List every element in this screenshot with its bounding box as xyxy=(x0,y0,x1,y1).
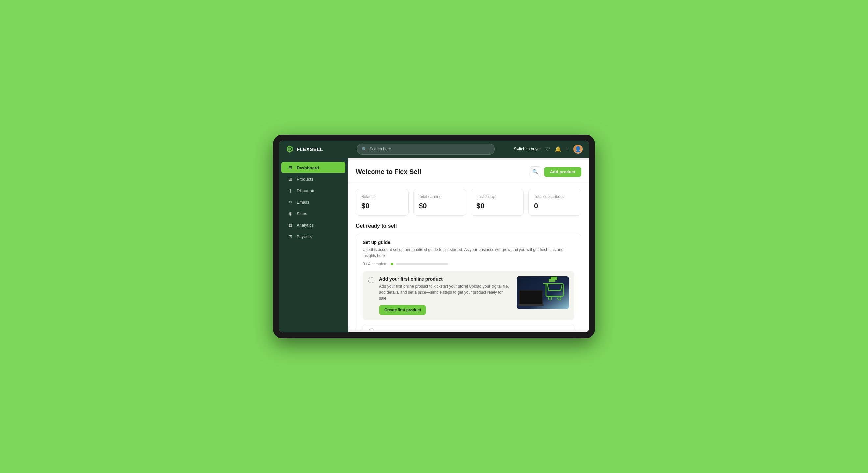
progress-bar xyxy=(396,264,448,265)
stat-label-total-subscribers: Total subscribers xyxy=(534,195,576,199)
stat-card-last-7-days: Last 7 days $0 xyxy=(471,189,524,216)
heart-icon[interactable]: ♡ xyxy=(546,146,550,153)
products-icon: ⊞ xyxy=(287,176,293,182)
setup-guide-box: Set up guide Use this account set up per… xyxy=(356,234,581,330)
device-frame: FLEXSELL 🔍 Search here Switch to buyer ♡… xyxy=(273,135,595,338)
step-card-first-product: Add your first online product Add your f… xyxy=(363,271,575,320)
sidebar-item-payouts[interactable]: ⊡ Payouts xyxy=(281,231,345,242)
sidebar-item-emails[interactable]: ✉ Emails xyxy=(281,196,345,208)
sales-icon: ◉ xyxy=(287,211,293,216)
search-bar[interactable]: 🔍 Search here xyxy=(357,143,495,155)
sidebar-item-label: Dashboard xyxy=(297,165,319,170)
sidebar-item-dashboard[interactable]: ⊟ Dashboard xyxy=(281,162,345,173)
step-payment-method[interactable]: Set Up Payment Method xyxy=(363,324,575,330)
product-illustration xyxy=(517,276,569,309)
step-content-first-product: Add your first online product Add your f… xyxy=(379,276,512,315)
bell-icon[interactable]: 🔔 xyxy=(555,146,561,153)
sidebar-item-label: Analytics xyxy=(297,223,314,228)
topbar-right: Switch to buyer ♡ 🔔 ≡ 👤 xyxy=(514,144,583,154)
svg-rect-6 xyxy=(518,304,544,306)
stat-value-last-7-days: $0 xyxy=(476,202,518,210)
sidebar: ⊟ Dashboard ⊞ Products ◎ Discounts ✉ Ema… xyxy=(279,158,348,332)
stat-value-balance: $0 xyxy=(361,202,403,210)
setup-guide-description: Use this account set up personalised gui… xyxy=(363,247,575,259)
search-icon: 🔍 xyxy=(362,147,367,152)
header-actions: 🔍 Add product xyxy=(530,166,581,177)
sidebar-item-label: Payouts xyxy=(297,234,312,239)
sidebar-item-label: Products xyxy=(297,177,313,182)
sidebar-item-analytics[interactable]: ▦ Analytics xyxy=(281,219,345,231)
topbar: FLEXSELL 🔍 Search here Switch to buyer ♡… xyxy=(279,141,589,158)
progress-row: 0 / 4 complete xyxy=(363,262,575,266)
stat-label-total-earning: Total earning xyxy=(419,195,461,199)
discounts-icon: ◎ xyxy=(287,188,293,193)
main-layout: ⊟ Dashboard ⊞ Products ◎ Discounts ✉ Ema… xyxy=(279,158,589,332)
stat-label-balance: Balance xyxy=(361,195,403,199)
sidebar-item-label: Emails xyxy=(297,200,309,205)
stat-card-balance: Balance $0 xyxy=(356,189,409,216)
step-desc-first-product: Add your first online product to kicksta… xyxy=(379,283,512,301)
analytics-icon: ▦ xyxy=(287,223,293,228)
content-area: Welcome to Flex Sell 🔍 Add product Balan… xyxy=(348,160,589,330)
sidebar-item-discounts[interactable]: ◎ Discounts xyxy=(281,185,345,196)
step-title-payment: Set Up Payment Method xyxy=(379,329,426,330)
step-checkbox-first-product xyxy=(368,277,374,283)
avatar[interactable]: 👤 xyxy=(574,144,583,154)
step-checkbox-payment xyxy=(368,329,375,330)
create-first-product-button[interactable]: Create first product xyxy=(379,305,426,315)
payouts-icon: ⊡ xyxy=(287,234,293,239)
step-title-first-product: Add your first online product xyxy=(379,276,512,281)
content-body: Balance $0 Total earning $0 Last 7 days … xyxy=(348,182,589,330)
stat-card-total-subscribers: Total subscribers 0 xyxy=(528,189,581,216)
content-header: Welcome to Flex Sell 🔍 Add product xyxy=(348,160,589,182)
step-image-first-product xyxy=(517,276,569,309)
logo-text: FLEXSELL xyxy=(297,146,323,152)
progress-text: 0 / 4 complete xyxy=(363,262,387,266)
sidebar-item-label: Discounts xyxy=(297,188,315,193)
stat-value-total-subscribers: 0 xyxy=(534,202,576,210)
stat-label-last-7-days: Last 7 days xyxy=(476,195,518,199)
add-product-button[interactable]: Add product xyxy=(544,167,581,177)
setup-guide-title: Set up guide xyxy=(363,240,575,245)
page-title: Welcome to Flex Sell xyxy=(356,168,421,176)
sidebar-item-products[interactable]: ⊞ Products xyxy=(281,173,345,184)
sidebar-item-label: Sales xyxy=(297,211,307,216)
content-search-button[interactable]: 🔍 xyxy=(530,166,541,177)
content-search-icon: 🔍 xyxy=(532,169,538,174)
dashboard-icon: ⊟ xyxy=(287,165,293,170)
svg-rect-5 xyxy=(520,291,542,304)
progress-dot xyxy=(391,263,393,265)
emails-icon: ✉ xyxy=(287,199,293,205)
device-inner: FLEXSELL 🔍 Search here Switch to buyer ♡… xyxy=(279,141,589,332)
section-title: Get ready to sell xyxy=(356,223,581,229)
stat-card-total-earning: Total earning $0 xyxy=(413,189,466,216)
search-placeholder: Search here xyxy=(370,147,391,151)
stats-grid: Balance $0 Total earning $0 Last 7 days … xyxy=(356,189,581,216)
logo-area: FLEXSELL xyxy=(285,145,345,154)
svg-rect-11 xyxy=(551,277,557,280)
menu-icon[interactable]: ≡ xyxy=(566,146,569,152)
sidebar-item-sales[interactable]: ◉ Sales xyxy=(281,208,345,219)
flexsell-logo-icon xyxy=(285,145,294,154)
switch-buyer-button[interactable]: Switch to buyer xyxy=(514,147,541,151)
stat-value-total-earning: $0 xyxy=(419,202,461,210)
